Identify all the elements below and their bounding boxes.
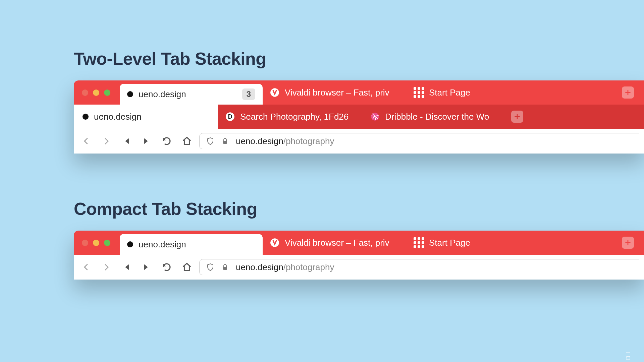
subtab-ueno[interactable]: ueno.design [74,105,218,129]
tab-bar-secondary: ueno.design D Search Photography, 1Fd26 … [74,105,644,129]
tab-label: Dribbble - Discover the Wo [385,112,489,122]
home-button[interactable] [179,133,195,149]
favicon-dot-icon [83,114,89,120]
close-window-icon[interactable] [82,89,88,96]
reload-button[interactable] [159,259,174,275]
rewind-button[interactable] [119,133,134,149]
tab-stack-ueno[interactable]: ueno.design 3 [120,84,263,105]
address-bar[interactable]: ueno.design/photography [199,259,639,275]
rewind-button[interactable] [119,259,134,275]
vivaldi-icon [270,88,279,97]
disqus-icon: D [225,112,235,121]
dribbble-icon [370,112,380,121]
fast-forward-button[interactable] [139,133,154,149]
svg-point-5 [270,238,279,247]
section-compact: Compact Tab Stacking ueno.design [74,199,644,280]
tab-vivaldi[interactable]: Vivaldi browser – Fast, priv [263,80,407,105]
new-subtab-button[interactable] [511,111,523,123]
tab-label: ueno.design [139,89,186,100]
maximize-window-icon[interactable] [104,89,110,96]
shield-icon [206,137,214,145]
subtab-search-photography[interactable]: D Search Photography, 1Fd26 [218,105,363,129]
svg-text:D: D [228,113,232,120]
maximize-window-icon[interactable] [104,240,110,246]
svg-point-0 [270,88,279,97]
tab-bar-primary: ueno.design 3 Vivaldi browser – Fast, pr… [74,80,644,105]
section-two-level: Two-Level Tab Stacking ueno.design 3 Viv… [74,49,644,154]
tab-stack-count: 3 [242,88,255,100]
tab-label: Start Page [429,238,470,248]
grid-icon [414,238,424,247]
url-text: ueno.design/photography [236,262,334,273]
minimize-window-icon[interactable] [93,89,99,96]
vivaldi-icon [270,238,279,247]
back-button[interactable] [78,133,94,149]
tab-label: Start Page [429,87,470,98]
tab-label: ueno.design [139,239,186,250]
grid-icon [414,88,424,97]
home-button[interactable] [179,259,195,275]
tab-start-page[interactable]: Start Page [407,231,548,255]
tab-vivaldi[interactable]: Vivaldi browser – Fast, priv [263,231,407,255]
tab-label: Search Photography, 1Fd26 [240,112,348,122]
forward-button[interactable] [99,133,114,149]
lock-icon [221,263,229,271]
forward-button[interactable] [99,259,114,275]
favicon-dot-icon [127,91,133,97]
toolbar: ueno.design/photography [74,129,644,154]
svg-rect-4 [223,141,227,144]
fast-forward-button[interactable] [139,259,154,275]
subtab-dribbble[interactable]: Dribbble - Discover the Wo [363,105,507,129]
stack-indicators[interactable] [120,234,259,236]
window-controls[interactable] [74,80,120,105]
heading-compact: Compact Tab Stacking [74,199,644,219]
svg-rect-6 [223,267,227,270]
toolbar: ueno.design/photography [74,255,644,280]
tab-label: Vivaldi browser – Fast, priv [285,238,389,248]
tab-label: ueno.design [94,112,142,122]
minimize-window-icon[interactable] [93,240,99,246]
browser-compact: ueno.design Vivaldi browser – Fast, priv… [74,231,644,280]
lock-icon [221,137,229,145]
close-window-icon[interactable] [82,240,88,246]
favicon-dot-icon [127,241,133,247]
browser-two-level: ueno.design 3 Vivaldi browser – Fast, pr… [74,80,644,154]
tab-bar-compact: ueno.design Vivaldi browser – Fast, priv… [74,231,644,255]
new-tab-button[interactable] [622,86,634,99]
reload-button[interactable] [159,133,174,149]
tab-start-page[interactable]: Start Page [407,80,548,105]
shield-icon [206,263,214,271]
tab-label: Vivaldi browser – Fast, priv [285,87,389,98]
address-bar[interactable]: ueno.design/photography [199,133,639,149]
tab-stack-ueno[interactable]: ueno.design [120,234,263,255]
vivaldi-watermark: VIVALDI [625,350,632,362]
back-button[interactable] [78,259,94,275]
window-controls[interactable] [74,231,120,255]
heading-two-level: Two-Level Tab Stacking [74,49,644,69]
new-tab-button[interactable] [622,237,634,249]
url-text: ueno.design/photography [236,136,334,146]
watermark-text: VIVALDI [625,350,632,362]
